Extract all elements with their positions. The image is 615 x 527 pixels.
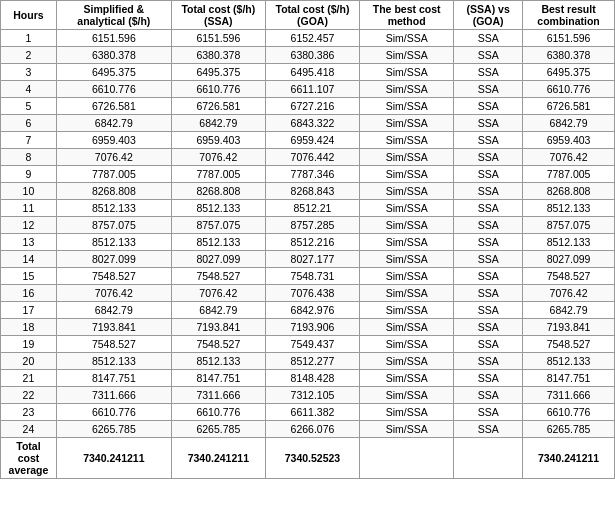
cell-ssa: 6726.581: [171, 98, 265, 115]
cell-ssa: 6380.378: [171, 47, 265, 64]
cell-result: 6610.776: [523, 404, 615, 421]
cell-goa: 7549.437: [265, 336, 359, 353]
cell-ssa: 6610.776: [171, 81, 265, 98]
cell-hour: 16: [1, 285, 57, 302]
cell-vs: SSA: [454, 115, 523, 132]
cell-hour: 4: [1, 81, 57, 98]
cell-ssa: 8268.808: [171, 183, 265, 200]
cell-ssa: 6495.375: [171, 64, 265, 81]
cell-simplified: 6726.581: [56, 98, 171, 115]
cell-hour: 15: [1, 268, 57, 285]
cell-ssa: 6842.79: [171, 302, 265, 319]
cell-vs: SSA: [454, 149, 523, 166]
cell-hour: 9: [1, 166, 57, 183]
total-simplified: 7340.241211: [56, 438, 171, 479]
table-row: 5 6726.581 6726.581 6727.216 Sim/SSA SSA…: [1, 98, 615, 115]
cell-simplified: 6842.79: [56, 302, 171, 319]
cell-goa: 6266.076: [265, 421, 359, 438]
cell-goa: 8148.428: [265, 370, 359, 387]
cell-goa: 7076.442: [265, 149, 359, 166]
cell-best: Sim/SSA: [360, 149, 454, 166]
header-hours: Hours: [1, 1, 57, 30]
cell-goa: 6380.386: [265, 47, 359, 64]
cell-ssa: 8147.751: [171, 370, 265, 387]
cell-hour: 17: [1, 302, 57, 319]
cell-best: Sim/SSA: [360, 98, 454, 115]
cell-vs: SSA: [454, 81, 523, 98]
cell-best: Sim/SSA: [360, 217, 454, 234]
cell-result: 7193.841: [523, 319, 615, 336]
cell-result: 8027.099: [523, 251, 615, 268]
table-row: 4 6610.776 6610.776 6611.107 Sim/SSA SSA…: [1, 81, 615, 98]
table-row: 16 7076.42 7076.42 7076.438 Sim/SSA SSA …: [1, 285, 615, 302]
cell-hour: 6: [1, 115, 57, 132]
table-row: 14 8027.099 8027.099 8027.177 Sim/SSA SS…: [1, 251, 615, 268]
table-row: 11 8512.133 8512.133 8512.21 Sim/SSA SSA…: [1, 200, 615, 217]
cell-best: Sim/SSA: [360, 353, 454, 370]
cell-goa: 8027.177: [265, 251, 359, 268]
cell-vs: SSA: [454, 98, 523, 115]
cell-result: 7787.005: [523, 166, 615, 183]
cell-ssa: 6610.776: [171, 404, 265, 421]
cell-hour: 24: [1, 421, 57, 438]
cell-simplified: 8027.099: [56, 251, 171, 268]
cell-result: 8268.808: [523, 183, 615, 200]
cell-ssa: 7076.42: [171, 149, 265, 166]
cell-goa: 6152.457: [265, 30, 359, 47]
cell-simplified: 6610.776: [56, 81, 171, 98]
header-simplified: Simplified & analytical ($/h): [56, 1, 171, 30]
cell-goa: 8512.277: [265, 353, 359, 370]
cell-vs: SSA: [454, 166, 523, 183]
cell-best: Sim/SSA: [360, 47, 454, 64]
cell-vs: SSA: [454, 251, 523, 268]
cell-result: 6726.581: [523, 98, 615, 115]
cell-simplified: 7076.42: [56, 285, 171, 302]
total-result: 7340.241211: [523, 438, 615, 479]
cell-ssa: 7548.527: [171, 268, 265, 285]
cell-vs: SSA: [454, 370, 523, 387]
table-row: 9 7787.005 7787.005 7787.346 Sim/SSA SSA…: [1, 166, 615, 183]
table-row: 15 7548.527 7548.527 7548.731 Sim/SSA SS…: [1, 268, 615, 285]
cell-simplified: 7787.005: [56, 166, 171, 183]
cell-simplified: 6959.403: [56, 132, 171, 149]
table-row: 18 7193.841 7193.841 7193.906 Sim/SSA SS…: [1, 319, 615, 336]
table-row: 12 8757.075 8757.075 8757.285 Sim/SSA SS…: [1, 217, 615, 234]
table-row: 19 7548.527 7548.527 7549.437 Sim/SSA SS…: [1, 336, 615, 353]
results-table: Hours Simplified & analytical ($/h) Tota…: [0, 0, 615, 479]
cell-hour: 1: [1, 30, 57, 47]
cell-ssa: 8512.133: [171, 353, 265, 370]
table-row: 7 6959.403 6959.403 6959.424 Sim/SSA SSA…: [1, 132, 615, 149]
table-row: 20 8512.133 8512.133 8512.277 Sim/SSA SS…: [1, 353, 615, 370]
cell-best: Sim/SSA: [360, 370, 454, 387]
cell-best: Sim/SSA: [360, 336, 454, 353]
total-goa: 7340.52523: [265, 438, 359, 479]
cell-ssa: 7787.005: [171, 166, 265, 183]
cell-best: Sim/SSA: [360, 64, 454, 81]
cell-vs: SSA: [454, 387, 523, 404]
cell-goa: 7787.346: [265, 166, 359, 183]
cell-hour: 21: [1, 370, 57, 387]
header-total-ssa: Total cost ($/h) (SSA): [171, 1, 265, 30]
cell-best: Sim/SSA: [360, 234, 454, 251]
cell-result: 8512.133: [523, 353, 615, 370]
table-row: 23 6610.776 6610.776 6611.382 Sim/SSA SS…: [1, 404, 615, 421]
cell-hour: 18: [1, 319, 57, 336]
cell-simplified: 6842.79: [56, 115, 171, 132]
cell-goa: 8512.216: [265, 234, 359, 251]
cell-vs: SSA: [454, 336, 523, 353]
total-row: Total cost average 7340.241211 7340.2412…: [1, 438, 615, 479]
header-best-result: Best result combination: [523, 1, 615, 30]
cell-simplified: 7311.666: [56, 387, 171, 404]
cell-vs: SSA: [454, 200, 523, 217]
cell-ssa: 6959.403: [171, 132, 265, 149]
cell-simplified: 8512.133: [56, 353, 171, 370]
cell-hour: 5: [1, 98, 57, 115]
cell-result: 8512.133: [523, 200, 615, 217]
cell-simplified: 8512.133: [56, 234, 171, 251]
cell-best: Sim/SSA: [360, 387, 454, 404]
total-vs: [454, 438, 523, 479]
cell-hour: 13: [1, 234, 57, 251]
cell-result: 6842.79: [523, 115, 615, 132]
table-row: 2 6380.378 6380.378 6380.386 Sim/SSA SSA…: [1, 47, 615, 64]
cell-vs: SSA: [454, 404, 523, 421]
